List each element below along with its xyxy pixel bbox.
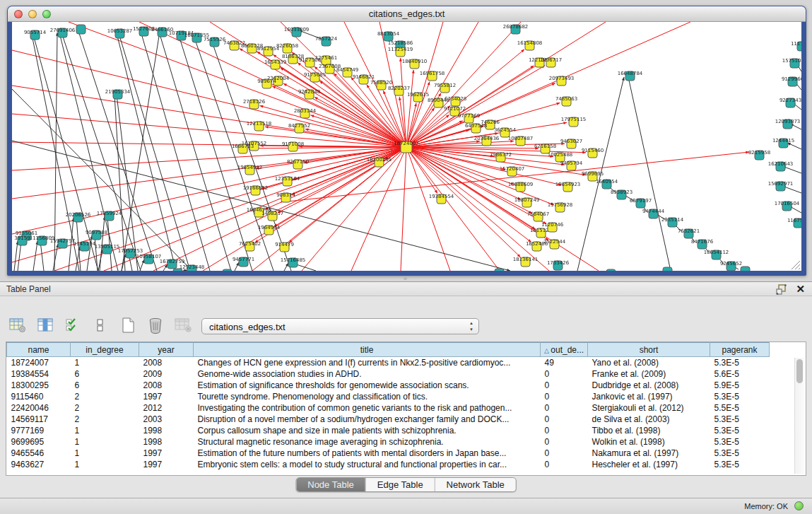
table-cell[interactable]: 49 (541, 357, 588, 368)
table-cell[interactable]: 2012 (139, 402, 194, 414)
panel-splitter-handle[interactable] (404, 277, 407, 280)
table-cell[interactable]: Structural magnetic resonance image aver… (194, 436, 541, 448)
table-cell[interactable]: 2 (71, 391, 139, 402)
table-row[interactable]: 1456911722003Disruption of a novel membe… (7, 414, 770, 425)
table-cell[interactable]: 9699695 (7, 436, 71, 448)
delete-icon[interactable] (146, 317, 165, 334)
column-header-short[interactable]: short (588, 343, 710, 357)
table-cell[interactable]: 5.3E-5 (710, 414, 770, 425)
select-rows-icon[interactable] (64, 317, 82, 334)
table-cell[interactable]: 5.5E-5 (710, 402, 770, 414)
table-cell[interactable]: 5.3E-5 (710, 459, 770, 470)
column-header-name[interactable]: name (7, 343, 71, 357)
table-cell[interactable]: Tourette syndrome. Phenomenology and cla… (194, 391, 541, 402)
table-cell[interactable]: Estimation of significance thresholds fo… (194, 380, 541, 391)
column-header-out_de[interactable]: △ out_de... (541, 343, 588, 357)
table-cell[interactable]: 1997 (139, 459, 194, 470)
table-cell[interactable]: 1997 (139, 391, 194, 402)
table-cell[interactable]: Genome-wide association studies in ADHD. (194, 368, 541, 380)
table-cell[interactable]: 5.3E-5 (710, 425, 770, 436)
table-cell[interactable]: 1 (71, 459, 139, 470)
table-row[interactable]: 946362711997Embryonic stem cells: a mode… (7, 459, 770, 470)
table-cell[interactable]: Embryonic stem cells: a model to study s… (194, 459, 541, 470)
table-cell[interactable]: Franke et al. (2009) (588, 368, 710, 380)
table-row[interactable]: 2242004622012Investigating the contribut… (7, 402, 770, 414)
table-cell[interactable]: Nakamura et al. (1997) (588, 448, 710, 459)
memory-status-icon[interactable] (794, 501, 804, 510)
table-cell[interactable]: Estimation of the future numbers of pati… (194, 448, 541, 459)
table-cell[interactable]: 2009 (139, 368, 194, 380)
table-row[interactable]: 1830029562008Estimation of significance … (7, 380, 770, 391)
table-cell[interactable]: 5.3E-5 (710, 436, 770, 448)
window-titlebar[interactable]: citations_edges.txt (8, 6, 806, 22)
column-header-pagerank[interactable]: pagerank (710, 343, 770, 357)
table-cell[interactable]: 9115460 (7, 391, 71, 402)
table-cell[interactable]: 1 (71, 357, 139, 368)
table-cell[interactable]: 2008 (139, 357, 194, 368)
close-icon[interactable]: ✕ (796, 283, 805, 296)
network-canvas[interactable] (12, 22, 801, 271)
tab-edge-table[interactable]: Edge Table (366, 478, 435, 491)
table-cell[interactable]: 22420046 (7, 402, 71, 414)
table-cell[interactable]: 2008 (139, 380, 194, 391)
table-cell[interactable]: 5.3E-5 (710, 448, 770, 459)
table-cell[interactable]: 1998 (139, 425, 194, 436)
scrollbar-thumb[interactable] (796, 359, 803, 383)
table-cell[interactable]: 18300295 (7, 380, 71, 391)
table-cell[interactable]: Corpus callosum shape and size in male p… (194, 425, 541, 436)
table-cell[interactable]: 1998 (139, 436, 194, 448)
column-header-year[interactable]: year (139, 343, 194, 357)
table-cell[interactable]: 5.9E-5 (710, 380, 770, 391)
table-cell[interactable]: 14569117 (7, 414, 71, 425)
table-cell[interactable]: 0 (541, 414, 588, 425)
table-cell[interactable]: 2003 (139, 414, 194, 425)
table-cell[interactable]: 0 (541, 459, 588, 470)
table-row[interactable]: 911546021997Tourette syndrome. Phenomeno… (7, 391, 770, 402)
table-row[interactable]: 969969511998Structural magnetic resonanc… (7, 436, 770, 448)
table-cell[interactable]: 9777169 (7, 425, 71, 436)
row-height-icon[interactable] (91, 317, 110, 334)
table-row[interactable]: 1872400712008Changes of HCN gene express… (7, 357, 770, 368)
table-cell[interactable]: 9465546 (7, 448, 71, 459)
table-cell[interactable]: 1 (71, 425, 139, 436)
table-cell[interactable]: 0 (541, 368, 588, 380)
table-cell[interactable]: 5.3E-5 (710, 357, 770, 368)
table-cell[interactable]: 5.3E-5 (710, 391, 770, 402)
table-cell[interactable]: 19384554 (7, 368, 71, 380)
table-cell[interactable]: de Silva et al. (2003) (588, 414, 710, 425)
table-cell[interactable]: 0 (541, 402, 588, 414)
table-cell[interactable]: Wolkin et al. (1998) (588, 436, 710, 448)
table-cell[interactable]: 0 (541, 380, 588, 391)
table-cell[interactable]: 0 (541, 391, 588, 402)
table-cell[interactable]: Jankovic et al. (1997) (588, 391, 710, 402)
table-cell[interactable]: 9463627 (7, 459, 71, 470)
table-cell[interactable]: Disruption of a novel member of a sodium… (194, 414, 541, 425)
table-cell[interactable]: Yano et al. (2008) (588, 357, 710, 368)
table-cell[interactable]: 2 (71, 402, 139, 414)
table-cell[interactable]: 6 (71, 368, 139, 380)
table-cell[interactable]: 1997 (139, 448, 194, 459)
table-cell[interactable]: 1 (71, 436, 139, 448)
table-row[interactable]: 977716911998Corpus callosum shape and si… (7, 425, 770, 436)
table-options-icon[interactable] (8, 317, 27, 334)
table-cell[interactable]: 0 (541, 448, 588, 459)
table-row[interactable]: 1938455462009Genome-wide association stu… (7, 368, 770, 380)
table-cell[interactable]: 6 (71, 380, 139, 391)
table-cell[interactable]: 0 (541, 436, 588, 448)
column-header-in_degree[interactable]: in_degree (71, 343, 139, 357)
table-select-dropdown[interactable]: citations_edges.txt ▲▼ (201, 318, 479, 334)
table-cell[interactable]: 5.6E-5 (710, 368, 770, 380)
table-row[interactable]: 946554611997Estimation of the future num… (7, 448, 770, 459)
tab-node-table[interactable]: Node Table (296, 478, 366, 491)
table-cell[interactable]: Tibbo et al. (1998) (588, 425, 710, 436)
column-header-title[interactable]: title (194, 343, 541, 357)
table-cell[interactable]: Dudbridge et al. (2008) (588, 380, 710, 391)
table-cell[interactable]: Hescheler et al. (1997) (588, 459, 710, 470)
create-column-icon[interactable] (119, 317, 137, 334)
table-cell[interactable]: 2 (71, 414, 139, 425)
float-window-icon[interactable] (776, 284, 787, 295)
table-cell[interactable]: Changes of HCN gene expression and I(f) … (194, 357, 541, 368)
table-cell[interactable]: Stergiakouli et al. (2012) (588, 402, 710, 414)
table-vertical-scrollbar[interactable] (794, 358, 804, 474)
table-cell[interactable]: 0 (541, 425, 588, 436)
